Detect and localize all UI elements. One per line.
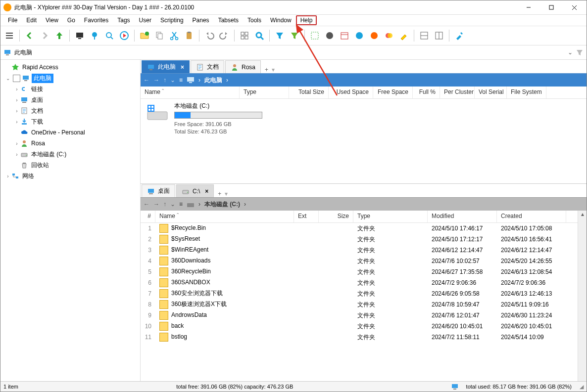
- col-header[interactable]: Total Size: [289, 87, 329, 98]
- col-header[interactable]: Name ˆ: [155, 211, 294, 222]
- copy-icon[interactable]: [152, 29, 166, 43]
- close-icon[interactable]: ×: [181, 64, 184, 71]
- nav-fwd-icon[interactable]: →: [153, 201, 159, 208]
- tree-item[interactable]: ⌄此电脑: [0, 73, 140, 84]
- tree-item[interactable]: ›本地磁盘 (C:): [0, 149, 140, 160]
- menu-file[interactable]: File: [3, 15, 22, 25]
- col-header[interactable]: Name ˆ: [141, 87, 240, 98]
- tree-item[interactable]: ›链接: [0, 84, 140, 94]
- table-row[interactable]: 5360RecycleBin文件夹2024/6/27 17:35:582024/…: [141, 266, 578, 277]
- table-row[interactable]: 2$SysReset文件夹2024/5/10 17:12:172024/5/10…: [141, 234, 578, 245]
- col-header[interactable]: Free Space: [373, 87, 413, 98]
- col-header[interactable]: Created: [497, 211, 566, 222]
- ball-orange-icon[interactable]: [367, 29, 381, 43]
- menu-icon[interactable]: [2, 29, 16, 43]
- col-header[interactable]: File System: [507, 87, 546, 98]
- monitor-icon[interactable]: [73, 29, 87, 43]
- filter-icon[interactable]: [576, 48, 584, 56]
- redo-icon[interactable]: [217, 29, 231, 43]
- tree-item[interactable]: ›桌面: [0, 94, 140, 105]
- paste-icon[interactable]: [182, 29, 196, 43]
- tree-item[interactable]: 回收站: [0, 160, 140, 171]
- up-icon[interactable]: [52, 29, 66, 43]
- folder-new-icon[interactable]: [138, 29, 151, 43]
- back-icon[interactable]: [23, 29, 37, 43]
- tree-item[interactable]: Rapid Access: [0, 62, 140, 73]
- address-path[interactable]: 此电脑: [14, 48, 565, 57]
- circle-dark-icon[interactable]: [323, 29, 337, 43]
- tree-panel[interactable]: Rapid Access⌄此电脑›链接›桌面›文档›下载OneDrive - P…: [0, 60, 141, 381]
- forward-icon[interactable]: [38, 29, 51, 43]
- list-icon[interactable]: ≡: [179, 201, 183, 208]
- tab[interactable]: 桌面: [142, 184, 175, 197]
- crumb-segment[interactable]: 本地磁盘 (C:): [204, 200, 240, 209]
- tools-icon[interactable]: [452, 29, 466, 43]
- tree-item[interactable]: ›文档: [0, 105, 140, 116]
- venn-icon[interactable]: [382, 29, 396, 43]
- menu-scripting[interactable]: Scripting: [156, 15, 188, 25]
- pane2-header[interactable]: #Name ˆExtSizeTypeModifiedCreated: [141, 211, 578, 223]
- col-header[interactable]: Vol Serial: [475, 87, 507, 98]
- search-icon[interactable]: [252, 29, 266, 43]
- scrollbar[interactable]: ▴: [578, 211, 587, 381]
- nav-down-icon[interactable]: ⌄: [170, 77, 175, 84]
- nav-up-icon[interactable]: ↑: [163, 201, 166, 208]
- play-icon[interactable]: [117, 29, 131, 43]
- split-v-icon[interactable]: [432, 29, 446, 43]
- globe-icon[interactable]: [352, 29, 366, 43]
- select-icon[interactable]: [308, 29, 322, 43]
- funnel-blue-icon[interactable]: [273, 29, 287, 43]
- tree-item[interactable]: OneDrive - Personal: [0, 127, 140, 138]
- pane1-header[interactable]: Name ˆTypeTotal SizeUsed SpaceFree Space…: [141, 87, 587, 99]
- menu-edit[interactable]: Edit: [22, 15, 41, 25]
- menu-tags[interactable]: Tags: [113, 15, 134, 25]
- table-row[interactable]: 6360SANDBOX文件夹2024/7/2 9:06:362024/7/2 9…: [141, 277, 578, 288]
- menu-panes[interactable]: Panes: [188, 15, 214, 25]
- menu-go[interactable]: Go: [63, 15, 80, 25]
- col-header[interactable]: Used Space: [329, 87, 373, 98]
- table-row[interactable]: 10back文件夹2024/6/20 10:45:012024/6/20 10:…: [141, 321, 578, 332]
- funnel-green-icon[interactable]: [288, 29, 301, 43]
- menu-window[interactable]: Window: [266, 15, 296, 25]
- undo-icon[interactable]: [202, 29, 216, 43]
- pane1-tabs[interactable]: 此电脑×文档Rosa+ ▾: [141, 60, 587, 74]
- brush-icon[interactable]: [397, 29, 411, 43]
- col-header[interactable]: Type: [353, 211, 428, 222]
- table-row[interactable]: 11bstlog文件夹2024/7/2 11:58:112024/5/14 10…: [141, 332, 578, 343]
- table-row[interactable]: 4360Downloads文件夹2024/7/6 10:02:572024/5/…: [141, 256, 578, 266]
- col-header[interactable]: #: [141, 211, 155, 222]
- drive-item[interactable]: 本地磁盘 (C:) Free Space: 391.06 GB Total Si…: [146, 102, 582, 135]
- nav-down-icon[interactable]: ⌄: [170, 201, 175, 208]
- new-tab-button[interactable]: + ▾: [261, 66, 279, 73]
- menubar[interactable]: FileEditViewGoFavoritesTagsUserScripting…: [0, 15, 587, 26]
- pane1-breadcrumb[interactable]: ← → ↑ ⌄ ≡ › 此电脑 ›: [141, 74, 587, 87]
- col-header[interactable]: Type: [240, 87, 289, 98]
- tab[interactable]: 文档: [191, 60, 224, 73]
- menu-tabsets[interactable]: Tabsets: [214, 15, 243, 25]
- nav-up-icon[interactable]: ↑: [163, 77, 166, 84]
- cut-icon[interactable]: [167, 29, 181, 43]
- pane2-breadcrumb[interactable]: ← → ↑ ⌄ ≡ › 本地磁盘 (C:) ›: [141, 198, 587, 211]
- nav-back-icon[interactable]: ←: [144, 201, 149, 208]
- table-row[interactable]: 7360安全浏览器下载文件夹2024/6/26 9:05:582024/6/13…: [141, 288, 578, 299]
- tree-item[interactable]: ›下载: [0, 116, 140, 127]
- split-h-icon[interactable]: [417, 29, 431, 43]
- col-header[interactable]: Full %: [413, 87, 440, 98]
- nav-fwd-icon[interactable]: →: [153, 77, 159, 84]
- address-bar[interactable]: 此电脑 ⌄: [0, 45, 587, 60]
- menu-user[interactable]: User: [135, 15, 156, 25]
- table-row[interactable]: 1$Recycle.Bin文件夹2024/5/10 17:46:172024/5…: [141, 223, 578, 234]
- menu-favorites[interactable]: Favorites: [80, 15, 113, 25]
- maximize-button[interactable]: [540, 0, 563, 14]
- minimize-button[interactable]: [517, 0, 540, 14]
- menu-tools[interactable]: Tools: [243, 15, 266, 25]
- close-button[interactable]: [563, 0, 586, 14]
- table-row[interactable]: 8360极速浏览器X下载文件夹2024/7/8 10:59:472024/5/1…: [141, 299, 578, 310]
- tab[interactable]: C:\×: [176, 184, 214, 197]
- tree-item[interactable]: ›Rosa: [0, 138, 140, 149]
- zoom-icon[interactable]: [102, 29, 116, 43]
- col-header[interactable]: Size: [319, 211, 353, 222]
- grid-icon[interactable]: [238, 29, 251, 43]
- new-tab-button[interactable]: + ▾: [214, 190, 232, 197]
- pin-icon[interactable]: [88, 29, 101, 43]
